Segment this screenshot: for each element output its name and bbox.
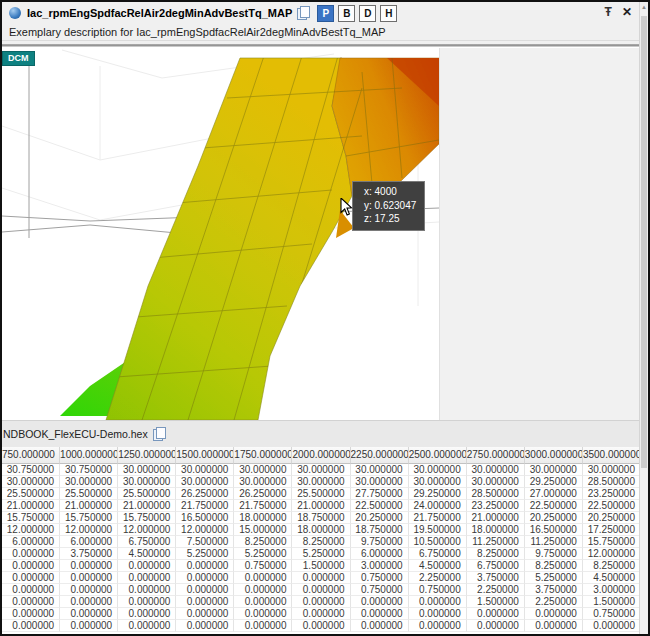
column-header[interactable]: 1250.000000 (118, 447, 176, 464)
surface-plot-canvas[interactable]: x: 4000y: 0.623047z: 17.25 (2, 48, 439, 420)
table-cell[interactable]: 4.500000 (583, 572, 641, 584)
table-cell[interactable]: 0.000000 (2, 560, 60, 572)
tab-dcm[interactable]: DCM (2, 51, 35, 66)
table-cell[interactable]: 16.500000 (176, 512, 234, 524)
table-cell[interactable]: 15.750000 (118, 512, 176, 524)
table-cell[interactable]: 22.500000 (525, 500, 583, 512)
table-cell[interactable]: 22.500000 (583, 500, 641, 512)
close-icon[interactable]: ✕ (622, 5, 632, 19)
table-cell[interactable]: 15.750000 (2, 512, 60, 524)
table-cell[interactable]: 0.000000 (60, 608, 118, 620)
table-cell[interactable]: 18.750000 (351, 524, 409, 536)
table-cell[interactable]: 0.000000 (292, 584, 350, 596)
table-cell[interactable]: 21.000000 (467, 512, 525, 524)
table-cell[interactable]: 15.000000 (234, 524, 292, 536)
table-cell[interactable]: 6.750000 (118, 536, 176, 548)
table-cell[interactable]: 0.000000 (234, 608, 292, 620)
table-cell[interactable]: 11.250000 (525, 536, 583, 548)
table-cell[interactable]: 30.000000 (176, 476, 234, 488)
table-cell[interactable]: 22.500000 (351, 500, 409, 512)
table-cell[interactable]: 24.000000 (409, 500, 467, 512)
table-cell[interactable]: 0.000000 (60, 584, 118, 596)
table-cell[interactable]: 30.000000 (351, 476, 409, 488)
table-cell[interactable]: 4.500000 (118, 548, 176, 560)
table-cell[interactable]: 18.000000 (467, 524, 525, 536)
table-cell[interactable]: 30.000000 (525, 464, 583, 476)
table-cell[interactable]: 0.750000 (351, 572, 409, 584)
table-cell[interactable]: 30.000000 (409, 476, 467, 488)
copy-icon[interactable] (297, 6, 309, 20)
table-cell[interactable]: 20.250000 (525, 512, 583, 524)
table-cell[interactable]: 8.250000 (583, 560, 641, 572)
table-cell[interactable]: 0.000000 (118, 608, 176, 620)
table-cell[interactable]: 30.000000 (467, 476, 525, 488)
table-cell[interactable]: 0.000000 (292, 608, 350, 620)
table-cell[interactable]: 9.750000 (525, 548, 583, 560)
table-cell[interactable]: 30.000000 (234, 476, 292, 488)
table-cell[interactable]: 0.000000 (176, 620, 234, 632)
table-cell[interactable]: 30.000000 (60, 476, 118, 488)
pin-icon[interactable]: Ŧ (605, 5, 612, 19)
table-cell[interactable]: 4.500000 (409, 560, 467, 572)
table-cell[interactable]: 0.000000 (176, 584, 234, 596)
table-cell[interactable]: 5.250000 (292, 548, 350, 560)
table-cell[interactable]: 30.000000 (176, 464, 234, 476)
table-cell[interactable]: 25.500000 (2, 488, 60, 500)
table-cell[interactable]: 0.000000 (583, 620, 641, 632)
table-cell[interactable]: 30.000000 (118, 464, 176, 476)
table-cell[interactable]: 0.000000 (351, 620, 409, 632)
table-cell[interactable]: 0.000000 (525, 608, 583, 620)
table-cell[interactable]: 23.250000 (583, 488, 641, 500)
table-cell[interactable]: 21.000000 (118, 500, 176, 512)
format-button-p[interactable]: P (317, 5, 334, 22)
column-header[interactable]: 2750.000000 (467, 447, 525, 464)
table-cell[interactable]: 0.000000 (60, 596, 118, 608)
table-cell[interactable]: 28.500000 (467, 488, 525, 500)
table-cell[interactable]: 30.000000 (292, 464, 350, 476)
splitter[interactable] (2, 44, 648, 47)
table-cell[interactable]: 1.500000 (583, 596, 641, 608)
table-cell[interactable]: 21.000000 (60, 500, 118, 512)
format-button-h[interactable]: H (380, 5, 397, 22)
table-cell[interactable]: 16.500000 (525, 524, 583, 536)
table-cell[interactable]: 0.000000 (176, 596, 234, 608)
table-cell[interactable]: 23.250000 (467, 500, 525, 512)
table-cell[interactable]: 30.000000 (2, 476, 60, 488)
table-cell[interactable]: 0.000000 (118, 560, 176, 572)
table-cell[interactable]: 15.750000 (583, 536, 641, 548)
table-cell[interactable]: 21.750000 (409, 512, 467, 524)
table-cell[interactable]: 0.000000 (2, 548, 60, 560)
column-header[interactable]: 1000.000000 (60, 447, 118, 464)
table-cell[interactable]: 30.000000 (292, 476, 350, 488)
table-cell[interactable]: 0.000000 (118, 596, 176, 608)
table-cell[interactable]: 9.750000 (351, 536, 409, 548)
table-cell[interactable]: 0.000000 (351, 596, 409, 608)
table-cell[interactable]: 0.000000 (2, 596, 60, 608)
format-button-b[interactable]: B (338, 5, 355, 22)
table-cell[interactable]: 30.000000 (351, 464, 409, 476)
table-cell[interactable]: 0.000000 (2, 572, 60, 584)
table-cell[interactable]: 1.500000 (292, 560, 350, 572)
table-cell[interactable]: 21.750000 (234, 500, 292, 512)
column-header[interactable]: 2250.000000 (351, 447, 409, 464)
table-cell[interactable]: 0.000000 (60, 560, 118, 572)
table-cell[interactable]: 0.000000 (118, 620, 176, 632)
table-cell[interactable]: 2.250000 (525, 596, 583, 608)
table-cell[interactable]: 3.000000 (583, 584, 641, 596)
table-cell[interactable]: 18.000000 (292, 524, 350, 536)
table-cell[interactable]: 30.000000 (234, 464, 292, 476)
table-cell[interactable]: 1.500000 (467, 596, 525, 608)
table-cell[interactable]: 2.250000 (409, 572, 467, 584)
table-cell[interactable]: 30.750000 (60, 464, 118, 476)
table-cell[interactable]: 20.250000 (583, 512, 641, 524)
table-cell[interactable]: 3.750000 (60, 548, 118, 560)
table-cell[interactable]: 27.000000 (525, 488, 583, 500)
table-cell[interactable]: 5.250000 (234, 548, 292, 560)
column-header[interactable]: 2000.000000 (292, 447, 350, 464)
table-cell[interactable]: 0.000000 (176, 560, 234, 572)
table-cell[interactable]: 12.000000 (176, 524, 234, 536)
table-cell[interactable]: 2.250000 (467, 584, 525, 596)
table-cell[interactable]: 8.250000 (525, 560, 583, 572)
table-cell[interactable]: 0.000000 (234, 572, 292, 584)
column-header[interactable]: 2500.000000 (409, 447, 467, 464)
